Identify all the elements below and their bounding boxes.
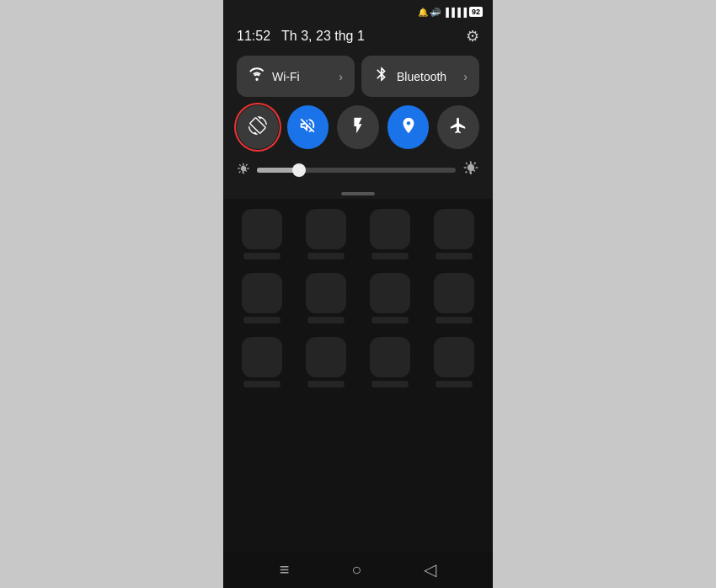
wifi-icon bbox=[248, 66, 265, 87]
tiles-row-1: Wi-Fi › Bluetooth › bbox=[223, 56, 493, 97]
flashlight-tile[interactable] bbox=[337, 105, 379, 149]
wifi-tile[interactable]: Wi-Fi › bbox=[237, 56, 355, 97]
signal-icon: ▐▐▐▐ bbox=[443, 8, 467, 17]
datetime-display: 11:52 Th 3, 23 thg 1 bbox=[237, 29, 365, 44]
wifi-arrow: › bbox=[339, 70, 343, 83]
tiles-row-2 bbox=[223, 105, 493, 149]
rotation-tile[interactable] bbox=[237, 105, 279, 149]
brightness-handle bbox=[292, 163, 306, 177]
flashlight-icon bbox=[349, 116, 367, 139]
bluetooth-icon bbox=[373, 66, 390, 87]
date-text: Th 3, 23 thg 1 bbox=[281, 29, 365, 43]
location-icon bbox=[399, 116, 418, 139]
time-text: 11:52 bbox=[237, 29, 270, 43]
app-placeholder-6 bbox=[301, 273, 351, 323]
app-area bbox=[223, 199, 493, 551]
airplane-tile[interactable] bbox=[437, 105, 479, 149]
nav-bar: ≡ ○ ◁ bbox=[223, 551, 493, 588]
app-placeholder-7 bbox=[365, 273, 415, 323]
drag-handle bbox=[223, 187, 493, 199]
nav-menu-button[interactable]: ≡ bbox=[280, 560, 290, 580]
app-placeholder-2 bbox=[301, 209, 351, 259]
location-tile[interactable] bbox=[387, 105, 430, 149]
mute-icon bbox=[298, 116, 317, 139]
app-placeholder-12 bbox=[429, 337, 479, 388]
drag-handle-bar bbox=[341, 192, 375, 195]
brightness-low-icon bbox=[237, 162, 250, 178]
phone-frame: 🔔 🔊 ▐▐▐▐ 92 11:52 Th 3, 23 thg 1 ⚙ Wi-Fi… bbox=[223, 0, 493, 588]
wifi-label: Wi-Fi bbox=[272, 70, 332, 83]
brightness-fill bbox=[257, 168, 297, 173]
bluetooth-tile[interactable]: Bluetooth › bbox=[361, 56, 479, 97]
alarm-icon: 🔔 bbox=[418, 8, 428, 17]
brightness-control bbox=[223, 159, 493, 180]
status-bar: 🔔 🔊 ▐▐▐▐ 92 bbox=[223, 0, 493, 20]
mute-status-icon: 🔊 bbox=[430, 8, 441, 17]
app-placeholder-10 bbox=[301, 337, 351, 388]
nav-home-button[interactable]: ○ bbox=[351, 560, 361, 580]
bluetooth-arrow: › bbox=[463, 70, 468, 83]
brightness-slider[interactable] bbox=[257, 168, 456, 173]
app-placeholder-11 bbox=[365, 337, 415, 388]
settings-button[interactable]: ⚙ bbox=[466, 27, 479, 45]
brightness-high-icon bbox=[462, 159, 479, 180]
nav-back-button[interactable]: ◁ bbox=[424, 559, 436, 580]
app-placeholder-4 bbox=[429, 209, 479, 259]
airplane-icon bbox=[449, 116, 468, 139]
mute-tile[interactable] bbox=[287, 105, 329, 149]
battery-indicator: 92 bbox=[469, 7, 483, 17]
rotation-icon bbox=[248, 116, 267, 139]
datetime-row: 11:52 Th 3, 23 thg 1 ⚙ bbox=[223, 20, 493, 56]
app-placeholder-3 bbox=[365, 209, 415, 259]
bluetooth-label: Bluetooth bbox=[397, 70, 457, 83]
app-placeholder-9 bbox=[237, 337, 287, 388]
app-placeholder-5 bbox=[237, 273, 287, 323]
app-placeholder-8 bbox=[429, 273, 479, 323]
app-placeholder-1 bbox=[237, 209, 287, 259]
